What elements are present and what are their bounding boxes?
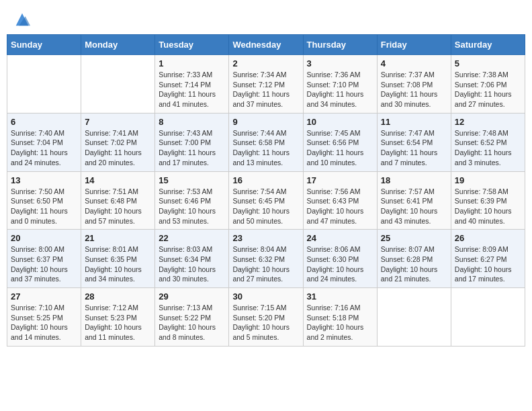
day-detail: Sunrise: 8:07 AM Sunset: 6:28 PM Dayligh… <box>381 244 447 284</box>
calendar-cell: 22Sunrise: 8:03 AM Sunset: 6:34 PM Dayli… <box>155 230 229 288</box>
calendar-cell: 18Sunrise: 7:57 AM Sunset: 6:41 PM Dayli… <box>377 171 451 230</box>
calendar-cell: 16Sunrise: 7:54 AM Sunset: 6:45 PM Dayli… <box>229 171 303 230</box>
calendar-cell: 25Sunrise: 8:07 AM Sunset: 6:28 PM Dayli… <box>377 230 451 288</box>
day-detail: Sunrise: 7:15 AM Sunset: 5:20 PM Dayligh… <box>232 303 299 342</box>
logo <box>10 10 32 29</box>
calendar-cell: 11Sunrise: 7:47 AM Sunset: 6:54 PM Dayli… <box>377 113 451 171</box>
day-detail: Sunrise: 7:41 AM Sunset: 7:02 PM Dayligh… <box>85 128 151 168</box>
calendar-body: 1Sunrise: 7:33 AM Sunset: 7:14 PM Daylig… <box>7 55 525 347</box>
calendar-cell: 23Sunrise: 8:04 AM Sunset: 6:32 PM Dayli… <box>229 230 303 288</box>
day-number: 8 <box>159 117 225 127</box>
header-day-wednesday: Wednesday <box>229 35 303 55</box>
day-number: 6 <box>11 117 77 127</box>
calendar-cell <box>81 55 155 113</box>
day-number: 7 <box>85 117 151 127</box>
calendar-cell: 31Sunrise: 7:16 AM Sunset: 5:18 PM Dayli… <box>303 288 377 347</box>
header-day-saturday: Saturday <box>451 35 525 55</box>
calendar-week-5: 27Sunrise: 7:10 AM Sunset: 5:25 PM Dayli… <box>7 288 525 347</box>
day-detail: Sunrise: 7:48 AM Sunset: 6:52 PM Dayligh… <box>455 128 521 168</box>
day-detail: Sunrise: 7:50 AM Sunset: 6:50 PM Dayligh… <box>11 187 77 226</box>
calendar-cell: 21Sunrise: 8:01 AM Sunset: 6:35 PM Dayli… <box>81 230 155 288</box>
logo-icon <box>13 10 32 29</box>
day-detail: Sunrise: 7:54 AM Sunset: 6:45 PM Dayligh… <box>232 187 299 226</box>
day-detail: Sunrise: 7:16 AM Sunset: 5:18 PM Dayligh… <box>307 303 373 342</box>
day-number: 30 <box>232 291 299 302</box>
day-detail: Sunrise: 7:12 AM Sunset: 5:23 PM Dayligh… <box>85 303 151 342</box>
day-number: 4 <box>381 58 447 68</box>
day-number: 21 <box>85 233 151 243</box>
day-number: 29 <box>159 291 225 302</box>
calendar-cell: 30Sunrise: 7:15 AM Sunset: 5:20 PM Dayli… <box>229 288 303 347</box>
day-number: 2 <box>232 58 299 68</box>
calendar-cell: 15Sunrise: 7:53 AM Sunset: 6:46 PM Dayli… <box>155 171 229 230</box>
day-detail: Sunrise: 8:09 AM Sunset: 6:27 PM Dayligh… <box>455 244 521 284</box>
day-detail: Sunrise: 8:03 AM Sunset: 6:34 PM Dayligh… <box>159 244 225 284</box>
day-number: 14 <box>85 175 151 185</box>
day-detail: Sunrise: 7:38 AM Sunset: 7:06 PM Dayligh… <box>455 70 521 109</box>
day-detail: Sunrise: 7:51 AM Sunset: 6:48 PM Dayligh… <box>85 187 151 226</box>
header-row: SundayMondayTuesdayWednesdayThursdayFrid… <box>7 35 525 55</box>
page-header <box>7 7 525 29</box>
day-detail: Sunrise: 7:13 AM Sunset: 5:22 PM Dayligh… <box>159 303 225 342</box>
header-day-sunday: Sunday <box>7 35 81 55</box>
calendar-cell: 8Sunrise: 7:43 AM Sunset: 7:00 PM Daylig… <box>155 113 229 171</box>
calendar-cell: 9Sunrise: 7:44 AM Sunset: 6:58 PM Daylig… <box>229 113 303 171</box>
day-number: 11 <box>381 117 447 127</box>
day-detail: Sunrise: 8:04 AM Sunset: 6:32 PM Dayligh… <box>232 244 299 284</box>
day-number: 3 <box>307 58 373 68</box>
day-detail: Sunrise: 7:33 AM Sunset: 7:14 PM Dayligh… <box>159 70 225 109</box>
day-number: 12 <box>455 117 521 127</box>
day-detail: Sunrise: 7:43 AM Sunset: 7:00 PM Dayligh… <box>159 128 225 168</box>
calendar-cell <box>451 288 525 347</box>
calendar-cell: 27Sunrise: 7:10 AM Sunset: 5:25 PM Dayli… <box>7 288 81 347</box>
day-detail: Sunrise: 7:53 AM Sunset: 6:46 PM Dayligh… <box>159 187 225 226</box>
header-day-monday: Monday <box>81 35 155 55</box>
calendar-cell: 14Sunrise: 7:51 AM Sunset: 6:48 PM Dayli… <box>81 171 155 230</box>
day-number: 31 <box>307 291 373 302</box>
header-day-friday: Friday <box>377 35 451 55</box>
calendar-cell: 10Sunrise: 7:45 AM Sunset: 6:56 PM Dayli… <box>303 113 377 171</box>
day-number: 10 <box>307 117 373 127</box>
day-detail: Sunrise: 7:56 AM Sunset: 6:43 PM Dayligh… <box>307 187 373 226</box>
day-detail: Sunrise: 7:10 AM Sunset: 5:25 PM Dayligh… <box>11 303 77 342</box>
calendar-cell <box>7 55 81 113</box>
day-number: 20 <box>11 233 77 243</box>
day-detail: Sunrise: 7:57 AM Sunset: 6:41 PM Dayligh… <box>381 187 447 226</box>
day-detail: Sunrise: 8:06 AM Sunset: 6:30 PM Dayligh… <box>307 244 373 284</box>
calendar-header: SundayMondayTuesdayWednesdayThursdayFrid… <box>7 35 525 55</box>
calendar-cell: 5Sunrise: 7:38 AM Sunset: 7:06 PM Daylig… <box>451 55 525 113</box>
calendar-cell: 13Sunrise: 7:50 AM Sunset: 6:50 PM Dayli… <box>7 171 81 230</box>
day-number: 17 <box>307 175 373 185</box>
calendar-week-2: 6Sunrise: 7:40 AM Sunset: 7:04 PM Daylig… <box>7 113 525 171</box>
day-detail: Sunrise: 7:37 AM Sunset: 7:08 PM Dayligh… <box>381 70 447 109</box>
calendar-cell: 29Sunrise: 7:13 AM Sunset: 5:22 PM Dayli… <box>155 288 229 347</box>
day-detail: Sunrise: 7:45 AM Sunset: 6:56 PM Dayligh… <box>307 128 373 168</box>
day-number: 18 <box>381 175 447 185</box>
day-detail: Sunrise: 7:44 AM Sunset: 6:58 PM Dayligh… <box>232 128 299 168</box>
day-number: 16 <box>232 175 299 185</box>
calendar-cell: 6Sunrise: 7:40 AM Sunset: 7:04 PM Daylig… <box>7 113 81 171</box>
day-detail: Sunrise: 7:47 AM Sunset: 6:54 PM Dayligh… <box>381 128 447 168</box>
day-detail: Sunrise: 8:01 AM Sunset: 6:35 PM Dayligh… <box>85 244 151 284</box>
day-number: 22 <box>159 233 225 243</box>
calendar-cell: 2Sunrise: 7:34 AM Sunset: 7:12 PM Daylig… <box>229 55 303 113</box>
header-day-thursday: Thursday <box>303 35 377 55</box>
calendar-cell: 12Sunrise: 7:48 AM Sunset: 6:52 PM Dayli… <box>451 113 525 171</box>
day-detail: Sunrise: 7:58 AM Sunset: 6:39 PM Dayligh… <box>455 187 521 226</box>
day-number: 27 <box>11 291 77 302</box>
day-number: 19 <box>455 175 521 185</box>
calendar-cell: 26Sunrise: 8:09 AM Sunset: 6:27 PM Dayli… <box>451 230 525 288</box>
day-number: 26 <box>455 233 521 243</box>
day-number: 28 <box>85 291 151 302</box>
day-number: 9 <box>232 117 299 127</box>
day-number: 1 <box>159 58 225 68</box>
day-number: 15 <box>159 175 225 185</box>
calendar-cell: 28Sunrise: 7:12 AM Sunset: 5:23 PM Dayli… <box>81 288 155 347</box>
calendar-cell: 3Sunrise: 7:36 AM Sunset: 7:10 PM Daylig… <box>303 55 377 113</box>
calendar-cell: 17Sunrise: 7:56 AM Sunset: 6:43 PM Dayli… <box>303 171 377 230</box>
day-number: 24 <box>307 233 373 243</box>
calendar-cell: 1Sunrise: 7:33 AM Sunset: 7:14 PM Daylig… <box>155 55 229 113</box>
day-number: 23 <box>232 233 299 243</box>
day-detail: Sunrise: 7:34 AM Sunset: 7:12 PM Dayligh… <box>232 70 299 109</box>
day-detail: Sunrise: 7:40 AM Sunset: 7:04 PM Dayligh… <box>11 128 77 168</box>
